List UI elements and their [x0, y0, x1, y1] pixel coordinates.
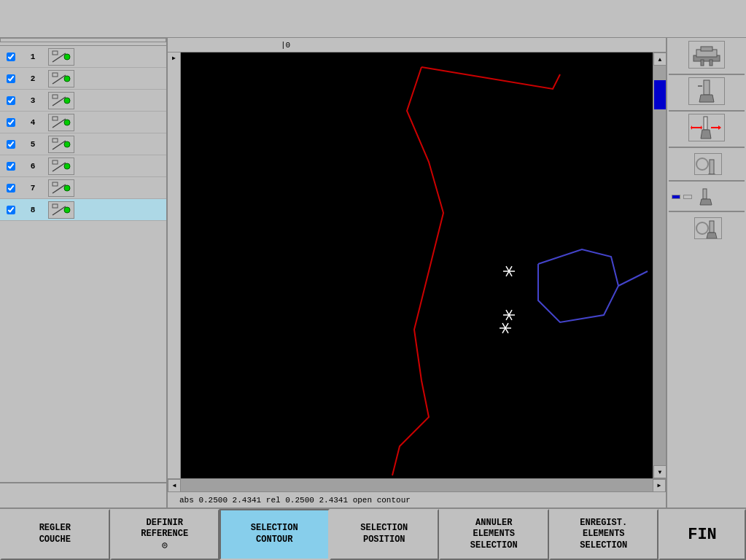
svg-rect-42 [703, 189, 707, 199]
ruler-zero: |0 [281, 41, 290, 50]
main-row: 1 2 3 4 5 6 7 8 [0, 38, 746, 508]
canvas-wrapper: ▶ ▲ ▼ [168, 52, 666, 478]
svg-point-11 [64, 120, 70, 125]
table-row[interactable]: 7 [0, 177, 166, 199]
row-checkbox[interactable] [7, 206, 15, 214]
scroll-thumb [654, 80, 666, 109]
table-row[interactable]: 4 [0, 112, 166, 133]
bottom-btn-3[interactable]: SELECTION POSITION [330, 509, 440, 560]
divider-4 [669, 180, 745, 182]
s-icon-2[interactable] [694, 153, 722, 175]
table-row[interactable]: 1 [0, 46, 166, 68]
element-icon [48, 158, 74, 175]
info-panel [0, 482, 166, 508]
main-canvas[interactable] [181, 52, 653, 478]
element-icon [48, 136, 74, 153]
row-checkbox[interactable] [7, 118, 15, 127]
canvas-area: |0 ▶ ▲ ▼ ◀ ▶ abs 0.2500 2.4341 re [168, 38, 666, 508]
header [0, 0, 746, 38]
svg-point-5 [64, 76, 70, 82]
toggle-on-btn[interactable] [683, 195, 692, 199]
svg-point-8 [64, 98, 70, 104]
table-row[interactable]: 5 [0, 133, 166, 155]
divider-3 [669, 147, 745, 148]
table-row[interactable]: 3 [0, 90, 166, 112]
row-checkbox-col [0, 162, 22, 171]
t-tool [669, 114, 745, 141]
v-scroll-arrow[interactable]: ▶ [172, 55, 176, 61]
row-id: 8 [22, 206, 44, 214]
s100-section [669, 184, 745, 209]
h-scroll-left-btn[interactable]: ◀ [168, 479, 181, 492]
bottom-btn-4[interactable]: ANNULER ELEMENTS SELECTION [439, 509, 549, 560]
svg-rect-4 [53, 73, 58, 77]
s-tool-1 [669, 77, 745, 105]
element-icon [48, 114, 74, 131]
bottom-btn-0[interactable]: REGLER COUCHE [0, 509, 110, 560]
svg-point-14 [64, 141, 70, 147]
row-id: 6 [22, 162, 44, 171]
row-id: 2 [22, 74, 44, 83]
row-checkbox[interactable] [7, 74, 15, 83]
table-row[interactable]: 6 [0, 155, 166, 177]
scroll-up-btn[interactable]: ▲ [653, 52, 666, 66]
svg-point-23 [64, 207, 70, 213]
svg-rect-32 [704, 117, 707, 130]
divider-2 [669, 110, 745, 112]
scroll-down-btn[interactable]: ▼ [653, 465, 666, 478]
table-row[interactable]: 8 [0, 199, 166, 221]
bottom-btn-2[interactable]: SELECTION CONTOUR [219, 509, 330, 560]
s-icon-3[interactable] [694, 217, 722, 239]
row-checkbox[interactable] [7, 140, 15, 149]
svg-rect-1 [53, 51, 58, 55]
svg-marker-36 [701, 125, 702, 130]
svg-marker-43 [700, 199, 712, 205]
v-scroll-left[interactable]: ▶ [168, 52, 181, 478]
svg-marker-30 [699, 95, 714, 102]
row-element [44, 201, 166, 219]
row-checkbox[interactable] [7, 162, 15, 171]
t-icon[interactable] [688, 114, 725, 141]
element-icon [48, 92, 74, 109]
row-checkbox-col [0, 184, 22, 192]
h-scrollbar[interactable]: ◀ ▶ [168, 478, 666, 491]
row-checkbox[interactable] [7, 184, 15, 192]
title-area [124, 0, 746, 37]
svg-point-39 [696, 158, 708, 170]
h-scroll-right-btn[interactable]: ▶ [653, 479, 666, 492]
s100-icon [695, 187, 717, 207]
row-element [44, 158, 166, 175]
m-tool [669, 41, 745, 69]
fin-button[interactable]: FIN [658, 509, 746, 560]
ruler-h: |0 [168, 38, 666, 52]
m-icon[interactable] [688, 41, 725, 69]
table-row[interactable]: 2 [0, 68, 166, 90]
bottom-btn-5[interactable]: ENREGIST. ELEMENTS SELECTION [549, 509, 659, 560]
s-icon-1[interactable] [688, 77, 725, 105]
scroll-track[interactable] [653, 66, 666, 465]
row-checkbox-col [0, 74, 22, 83]
scrollbar-right[interactable]: ▲ ▼ [653, 52, 666, 478]
s100-toggle [672, 187, 717, 207]
row-checkbox[interactable] [7, 52, 15, 61]
divider-5 [669, 211, 745, 212]
svg-rect-26 [701, 47, 712, 51]
toggle-off-btn[interactable] [672, 195, 680, 199]
svg-rect-29 [704, 80, 710, 95]
row-element [44, 70, 166, 88]
svg-rect-40 [710, 160, 714, 174]
element-icon [48, 70, 74, 88]
svg-rect-27 [701, 60, 704, 66]
row-id: 3 [22, 96, 44, 105]
mode-label [0, 0, 124, 37]
status-bar: abs 0.2500 2.4341 rel 0.2500 2.4341 open… [168, 491, 666, 508]
row-element [44, 114, 166, 131]
canvas-main [181, 52, 653, 478]
right-panel [666, 38, 746, 508]
h-scroll-track[interactable] [181, 479, 653, 492]
bottom-btn-1[interactable]: DEFINIR REFERENCE ◎ [110, 509, 220, 560]
table-rows: 1 2 3 4 5 6 7 8 [0, 46, 166, 482]
svg-rect-16 [53, 160, 58, 164]
row-checkbox[interactable] [7, 96, 15, 105]
row-element [44, 136, 166, 153]
